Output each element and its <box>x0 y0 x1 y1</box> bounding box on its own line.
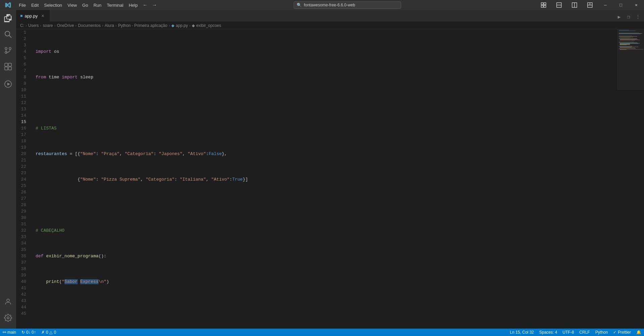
breadcrumb-c[interactable]: C: <box>20 23 24 28</box>
breadcrumb-icon-py: ◆ <box>171 23 174 28</box>
ln-34: 34 <box>16 240 30 247</box>
ln-32: 32 <box>16 227 30 234</box>
status-prettier-label: Prettier <box>618 330 631 335</box>
status-prettier-icon: ✓ <box>613 330 616 335</box>
breadcrumb-users[interactable]: Users <box>28 23 39 28</box>
python-file-icon: ■ <box>20 13 23 18</box>
activity-run[interactable] <box>0 76 16 92</box>
status-bar: ⚯ main ↻ 0↓ 0↑ ✗ 0 △ 0 Ln 15, Col 32 Spa… <box>0 329 644 336</box>
status-notifications[interactable]: 🔔 <box>634 329 644 336</box>
ln-18: 18 <box>16 138 30 144</box>
status-branch[interactable]: ⚯ main <box>0 329 19 336</box>
ln-36: 36 <box>16 253 30 259</box>
status-encoding[interactable]: UTF-8 <box>560 329 577 336</box>
status-sync-label: 0↓ 0↑ <box>26 330 36 335</box>
layout-btn-3[interactable] <box>567 0 582 10</box>
svg-point-24 <box>7 317 9 319</box>
breadcrumb-exibir-opcoes[interactable]: exibir_opcoes <box>196 23 221 28</box>
ln-44: 44 <box>16 304 30 310</box>
menu-selection[interactable]: Selection <box>41 0 65 10</box>
menu-view[interactable]: View <box>65 0 80 10</box>
svg-rect-19 <box>5 67 8 70</box>
ln-10: 10 <box>16 87 30 93</box>
layout-btn-2[interactable] <box>551 0 567 10</box>
menu-help[interactable]: Help <box>126 0 140 10</box>
svg-rect-17 <box>5 63 8 66</box>
search-bar[interactable]: 🔍 fontawesome-free-6.6.0-web <box>294 1 401 9</box>
maximize-button[interactable]: □ <box>613 0 629 10</box>
split-editor-button[interactable]: ❐ <box>624 12 633 22</box>
status-eol[interactable]: CRLF <box>577 329 593 336</box>
code-line-7 <box>36 202 617 208</box>
status-line-col[interactable]: Ln 15, Col 32 <box>507 329 536 336</box>
ln-11: 11 <box>16 93 30 100</box>
ln-26: 26 <box>16 189 30 195</box>
ln-9: 9 <box>16 80 30 87</box>
svg-rect-20 <box>8 67 11 70</box>
code-line-1: import os <box>36 48 617 55</box>
nav-forward-button[interactable]: → <box>150 0 159 10</box>
status-warnings-label: 0 <box>54 330 56 335</box>
svg-rect-3 <box>544 5 546 7</box>
search-icon: 🔍 <box>297 3 302 7</box>
code-line-4: # LISTAS <box>36 125 617 132</box>
ln-37: 37 <box>16 259 30 266</box>
ln-24: 24 <box>16 176 30 183</box>
menu-terminal[interactable]: Terminal <box>104 0 126 10</box>
more-actions-button[interactable]: ⋮ <box>633 12 643 22</box>
menu-edit[interactable]: Edit <box>29 0 41 10</box>
editor-area: ■ app.py × ▶ ❐ ⋮ C: › Users › soare › On… <box>16 10 644 329</box>
tab-close-button[interactable]: × <box>40 13 46 19</box>
svg-rect-54 <box>617 29 644 90</box>
status-language[interactable]: Python <box>593 329 610 336</box>
activity-bar <box>0 10 16 329</box>
activity-bottom <box>0 294 16 329</box>
svg-line-12 <box>9 35 11 38</box>
status-spaces[interactable]: Spaces: 4 <box>536 329 560 336</box>
activity-settings[interactable] <box>0 310 16 326</box>
tab-app-py[interactable]: ■ app.py × <box>16 10 50 22</box>
ln-29: 29 <box>16 208 30 215</box>
breadcrumb-alura[interactable]: Alura <box>104 23 114 28</box>
breadcrumb-onedrive[interactable]: OneDrive <box>57 23 74 28</box>
activity-source-control[interactable] <box>0 42 16 59</box>
status-language-label: Python <box>595 330 608 335</box>
activity-account[interactable] <box>0 294 16 310</box>
activity-search[interactable] <box>0 26 16 42</box>
activity-extensions[interactable] <box>0 59 16 75</box>
menu-go[interactable]: Go <box>80 0 91 10</box>
breadcrumb-soare[interactable]: soare <box>43 23 53 28</box>
status-errors[interactable]: ✗ 0 △ 0 <box>39 329 59 336</box>
tab-label: app.py <box>25 13 38 18</box>
layout-btn-1[interactable] <box>536 0 551 10</box>
minimap <box>617 29 644 329</box>
code-editor[interactable]: 1 2 3 4 5 6 7 8 9 10 11 12 13 14 15 16 1… <box>16 29 644 329</box>
code-line-6: {"Nome": "Pizza Suprema", "Categoria": "… <box>36 176 617 183</box>
code-content[interactable]: import os from time import sleep # LISTA… <box>33 29 617 329</box>
activity-explorer[interactable] <box>0 10 16 26</box>
status-spaces-label: Spaces: 4 <box>539 330 557 335</box>
ln-35: 35 <box>16 247 30 253</box>
menu-run[interactable]: Run <box>91 0 104 10</box>
status-eol-label: CRLF <box>579 330 590 335</box>
breadcrumb-documentos[interactable]: Documentos <box>78 23 100 28</box>
status-prettier[interactable]: ✓ Prettier <box>610 329 634 336</box>
breadcrumb-python[interactable]: Python - Primeira aplicação <box>118 23 167 28</box>
close-button[interactable]: ✕ <box>629 0 644 10</box>
nav-back-button[interactable]: ← <box>140 0 150 10</box>
svg-rect-0 <box>541 3 543 5</box>
status-sync[interactable]: ↻ 0↓ 0↑ <box>19 329 39 336</box>
breadcrumb-function: ◆ <box>192 23 195 28</box>
status-encoding-label: UTF-8 <box>563 330 574 335</box>
layout-btn-4[interactable] <box>582 0 598 10</box>
minimize-button[interactable]: — <box>598 0 613 10</box>
tab-actions: ▶ ❐ ⋮ <box>614 12 644 22</box>
ln-41: 41 <box>16 285 30 291</box>
breadcrumb-apppy[interactable]: app.py <box>176 23 188 28</box>
menu-file[interactable]: File <box>16 0 29 10</box>
ln-8: 8 <box>16 74 30 80</box>
run-button[interactable]: ▶ <box>614 12 624 22</box>
ln-25: 25 <box>16 183 30 189</box>
code-line-8: # CABEÇALHO <box>36 227 617 234</box>
ln-43: 43 <box>16 298 30 304</box>
